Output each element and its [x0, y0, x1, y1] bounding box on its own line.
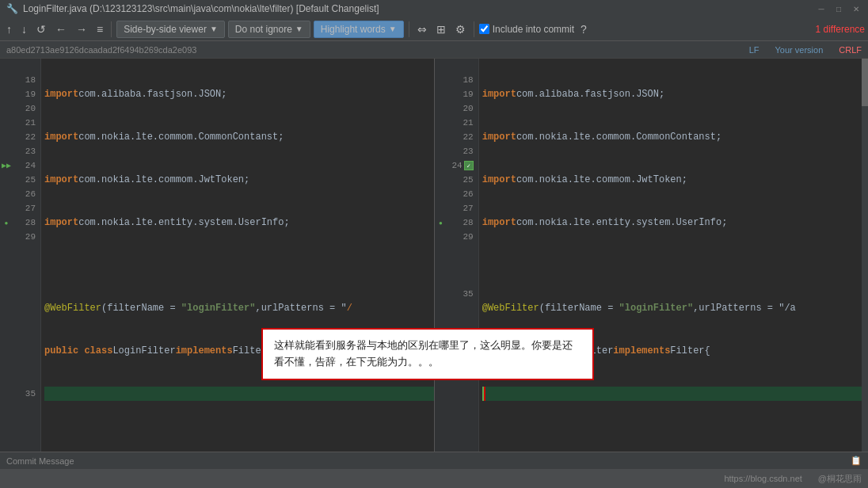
back-button[interactable]: ←: [52, 21, 70, 37]
gutter-line: [435, 144, 447, 158]
commit-message-label: Commit Message: [6, 456, 74, 466]
separator-3: [474, 21, 474, 37]
info-right: LF Your version CRLF: [749, 45, 868, 55]
separator-1: [111, 21, 112, 37]
gutter-line: [435, 101, 447, 116]
gutter-line: [435, 130, 447, 144]
settings-button[interactable]: ⚙: [452, 21, 469, 37]
code-line: @WebFilter(filterName = "loginFilter",ur…: [44, 301, 434, 315]
ignore-dropdown[interactable]: Do not ignore ▼: [228, 21, 310, 38]
lf-encoding: LF: [749, 45, 760, 55]
code-line: import com.nokia.lte.commom.CommonContan…: [482, 130, 868, 144]
code-line: import com.nokia.lte.commom.JwtToken;: [44, 173, 434, 187]
ignore-label: Do not ignore: [235, 24, 292, 35]
right-pane: ● 18 19 20 21 22 23 24 ✓ 25 26 27 28 29: [435, 59, 869, 452]
viewer-chevron-icon: ▼: [210, 25, 218, 33]
grid-button[interactable]: ⊞: [433, 21, 449, 37]
author-tag: @桐花思雨: [818, 473, 862, 485]
nav-arrow-icon: ▶▶: [0, 158, 13, 173]
title-bar: 🔧 LoginFilter.java (D:\123123123\src\mai…: [0, 0, 868, 17]
viewer-dropdown[interactable]: Side-by-side viewer ▼: [116, 21, 225, 38]
gutter-line: [0, 173, 13, 187]
gutter-line: [0, 201, 13, 215]
change-indicator: ●: [435, 215, 447, 230]
right-scrollbar[interactable]: [862, 59, 868, 452]
down-arrow-button[interactable]: ↓: [18, 21, 30, 37]
gutter-line: [435, 230, 447, 244]
left-pane: ▶▶ ● 18 19 20 21 22 23 24 25 26 27 28: [0, 59, 435, 452]
change-indicator: ●: [0, 215, 13, 230]
file-hash: a80ed2713ae9126dcaadad2f6494b269cda2e093: [6, 45, 196, 55]
bottom-bar: Commit Message 📋: [0, 452, 868, 469]
gutter-line: [435, 201, 447, 215]
left-code-area: ▶▶ ● 18 19 20 21 22 23 24 25 26 27 28: [0, 59, 434, 452]
split-button[interactable]: ⇔: [414, 21, 430, 37]
gutter-line: [0, 101, 13, 116]
gutter-line: [0, 187, 13, 201]
title-bar-text: LoginFilter.java (D:\123123123\src\main\…: [23, 3, 379, 14]
include-commit-checkbox[interactable]: Include into commit: [479, 24, 574, 35]
code-line: import com.alibaba.fastjson.JSON;: [482, 87, 868, 101]
toolbar: ↑ ↓ ↺ ← → ≡ Side-by-side viewer ▼ Do not…: [0, 17, 868, 41]
gutter-line: [435, 158, 447, 173]
right-gutter: ●: [435, 59, 447, 452]
gutter-line: [0, 130, 13, 144]
highlight-label: Highlight words: [321, 24, 386, 35]
viewer-label: Side-by-side viewer: [124, 24, 207, 35]
crlf-encoding: CRLF: [839, 45, 862, 55]
csdn-url: https://blog.csdn.net: [724, 474, 801, 483]
undo-button[interactable]: ↺: [33, 21, 49, 37]
code-line: import com.nokia.lte.entity.system.UserI…: [482, 215, 868, 230]
code-line-highlighted: [44, 387, 434, 401]
gutter-line: [435, 87, 447, 101]
separator-2: [409, 21, 409, 37]
highlight-chevron-icon: ▼: [389, 25, 397, 33]
scrollbar-thumb[interactable]: [862, 59, 868, 106]
gutter-line: [0, 230, 13, 244]
right-code-lines: import com.alibaba.fastjson.JSON; import…: [479, 59, 868, 452]
code-line: import com.alibaba.fastjson.JSON;: [44, 87, 434, 101]
include-label: Include into commit: [493, 24, 574, 35]
gutter-line: [435, 116, 447, 130]
help-button[interactable]: ?: [577, 21, 590, 37]
code-line: import com.nokia.lte.entity.system.UserI…: [44, 215, 434, 230]
status-bar: https://blog.csdn.net @桐花思雨: [0, 469, 868, 488]
gutter-line: [0, 59, 13, 73]
annotation-popup: 这样就能看到服务器与本地的区别在哪里了，这么明显。你要是还看不懂，告辞，在下无能…: [261, 328, 594, 380]
forward-button[interactable]: →: [73, 21, 90, 37]
gutter-line: [0, 73, 13, 87]
diff-count: 1 difference: [816, 24, 866, 35]
title-bar-controls: ─ □ ✕: [816, 3, 862, 14]
ignore-chevron-icon: ▼: [295, 25, 303, 33]
left-line-numbers: 18 19 20 21 22 23 24 25 26 27 28 29: [13, 59, 41, 452]
main-area: ▶▶ ● 18 19 20 21 22 23 24 25 26 27 28: [0, 59, 868, 452]
code-line: [44, 429, 434, 444]
minimize-button[interactable]: ─: [816, 3, 827, 14]
gutter-line: [435, 59, 447, 73]
highlight-dropdown[interactable]: Highlight words ▼: [314, 21, 404, 38]
gutter-line: [0, 144, 13, 158]
code-line: [482, 258, 868, 273]
version-label: Your version: [775, 45, 824, 55]
up-arrow-button[interactable]: ↑: [3, 21, 15, 37]
gutter-line: [0, 116, 13, 130]
right-code-area: ● 18 19 20 21 22 23 24 ✓ 25 26 27 28 29: [435, 59, 869, 452]
left-code-lines: import com.alibaba.fastjson.JSON; import…: [41, 59, 434, 452]
code-line: [44, 258, 434, 273]
code-line: [482, 429, 868, 444]
code-line: import com.nokia.lte.commom.JwtToken;: [482, 173, 868, 187]
gutter-line: [435, 173, 447, 187]
commit-icon: 📋: [851, 456, 862, 466]
left-gutter: ▶▶ ●: [0, 59, 13, 452]
gutter-line: [0, 87, 13, 101]
gutter-line: [435, 73, 447, 87]
code-line: @WebFilter(filterName = "loginFilter",ur…: [482, 301, 868, 315]
close-button[interactable]: ✕: [851, 3, 862, 14]
menu-button[interactable]: ≡: [93, 21, 106, 37]
maximize-button[interactable]: □: [833, 3, 844, 14]
info-left: a80ed2713ae9126dcaadad2f6494b269cda2e093: [0, 45, 749, 55]
app-icon: 🔧: [6, 3, 18, 14]
code-line-highlighted[interactable]: [482, 387, 868, 401]
code-line: import com.nokia.lte.commom.CommonContan…: [44, 130, 434, 144]
gutter-line: [435, 187, 447, 201]
